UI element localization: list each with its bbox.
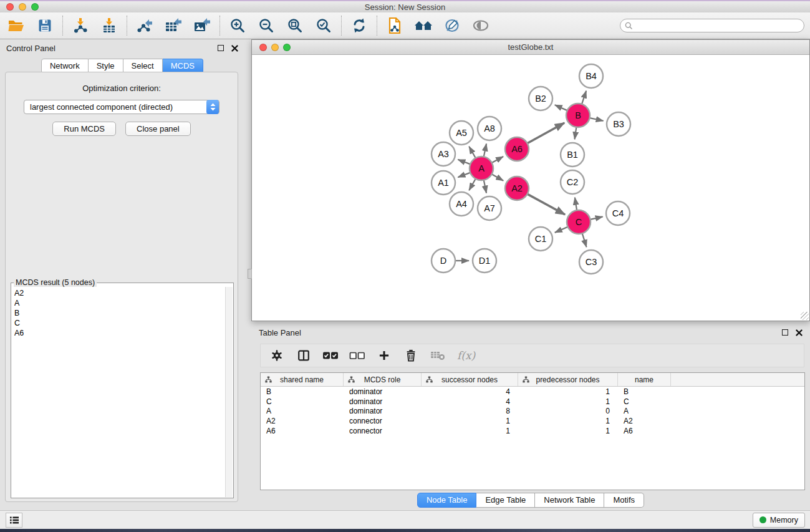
table-row[interactable]: A2connector11A2 [261, 416, 804, 426]
node-label-A6: A6 [511, 144, 523, 154]
edge-A-A8[interactable] [484, 143, 486, 157]
export-table-icon[interactable] [163, 16, 183, 36]
import-table-icon[interactable] [99, 16, 119, 36]
table-row[interactable]: Cdominator41C [261, 397, 804, 407]
float-panel-icon[interactable] [218, 45, 224, 51]
mcds-result-item[interactable]: C [12, 318, 225, 328]
show-hide-icon[interactable] [471, 16, 491, 36]
table-tabs: Node TableEdge TableNetwork TableMotifs [251, 493, 810, 508]
column-header-MCDS-role[interactable]: MCDS role [344, 373, 422, 386]
column-header-successor-nodes[interactable]: successor nodes [422, 373, 518, 386]
mcds-result-item[interactable]: A6 [12, 328, 225, 338]
table-cell: 1 [518, 427, 618, 435]
toolbar-separator [62, 16, 63, 36]
zoom-fit-icon[interactable] [285, 16, 305, 36]
table-cell: dominator [344, 387, 422, 396]
edge-A-A5[interactable] [469, 147, 476, 159]
deselect-all-icon[interactable] [349, 347, 366, 364]
edge-A-A2[interactable] [491, 174, 504, 181]
add-column-icon[interactable] [375, 347, 393, 364]
import-network-icon[interactable] [70, 16, 90, 36]
zoom-selected-icon[interactable] [314, 16, 334, 36]
mcds-result-item[interactable]: A2 [12, 288, 225, 298]
table-cell: C [618, 397, 671, 406]
table-header: shared nameMCDS rolesuccessor nodesprede… [261, 373, 804, 387]
table-cell: A [618, 407, 671, 415]
edge-B-B1[interactable] [575, 127, 577, 139]
table-cell: C [261, 397, 344, 406]
status-bar: Memory [0, 510, 810, 529]
table-row[interactable]: Bdominator41B [261, 387, 804, 397]
edge-C-C4[interactable] [590, 216, 603, 220]
task-history-button[interactable] [6, 513, 22, 528]
delete-table-icon[interactable] [429, 347, 446, 364]
zoom-in-icon[interactable] [228, 16, 248, 36]
column-view-icon[interactable] [295, 347, 312, 364]
optimization-criterion-label: Optimization criterion: [6, 84, 238, 93]
function-builder-icon[interactable]: f(x) [456, 347, 475, 364]
window-title: Session: New Session [0, 2, 810, 12]
edge-A2-C[interactable] [527, 194, 565, 215]
close-panel-icon[interactable] [231, 45, 238, 52]
column-header-predecessor-nodes[interactable]: predecessor nodes [518, 373, 618, 386]
splitter-handle[interactable] [248, 269, 252, 279]
mcds-result-item[interactable]: A [12, 298, 225, 308]
main-content: Control Panel NetworkStyleSelectMCDS Opt… [0, 39, 810, 510]
mcds-result-scrollbar[interactable] [225, 287, 233, 497]
fx-label: f(x) [456, 349, 475, 362]
window-resize-grip[interactable] [801, 312, 809, 320]
table-cell: 0 [518, 407, 618, 415]
node-label-B2: B2 [535, 94, 546, 104]
table-row[interactable]: A6connector11A6 [261, 426, 804, 436]
open-session-icon[interactable] [6, 16, 26, 36]
tab-motifs[interactable]: Motifs [604, 493, 644, 508]
node-label-A2: A2 [511, 183, 523, 193]
table-cell: A2 [618, 417, 671, 425]
export-network-icon[interactable] [135, 16, 155, 36]
mcds-result-item[interactable]: B [12, 308, 225, 318]
column-settings-icon[interactable] [268, 347, 286, 364]
criterion-select[interactable]: largest connected component (directed) [24, 100, 219, 114]
export-image-icon[interactable] [192, 16, 212, 36]
memory-button[interactable]: Memory [753, 513, 805, 528]
close-panel-button[interactable]: Close panel [125, 122, 191, 136]
network-canvas[interactable]: B4B2BB3B1A5A8A6A3AA1A2A4A7C2C4CC1C3DD1 [252, 55, 809, 321]
column-header-name[interactable]: name [618, 373, 671, 386]
table-row[interactable]: Adominator80A [261, 407, 804, 417]
edge-A-A6[interactable] [491, 157, 503, 163]
apply-layout-icon[interactable] [349, 16, 369, 36]
close-table-panel-icon[interactable] [796, 329, 803, 336]
column-header-shared-name[interactable]: shared name [261, 373, 344, 386]
select-stepper-icon [206, 100, 219, 114]
table-cell: 1 [422, 417, 518, 425]
save-session-icon[interactable] [35, 16, 55, 36]
tab-node-table[interactable]: Node Table [417, 493, 477, 508]
network-file-icon[interactable] [385, 16, 405, 36]
run-mcds-button[interactable]: Run MCDS [52, 122, 116, 136]
edge-C-C3[interactable] [582, 233, 586, 247]
home-icon[interactable] [413, 16, 433, 36]
edge-B-B3[interactable] [589, 118, 604, 121]
edge-B-B2[interactable] [555, 105, 568, 110]
table-cell: A2 [261, 417, 344, 425]
annotation-mode-icon[interactable] [442, 16, 462, 36]
network-window-titlebar[interactable]: testGlobe.txt [252, 40, 809, 55]
edge-C-C2[interactable] [575, 198, 577, 211]
edge-B-B4[interactable] [582, 91, 586, 105]
tab-edge-table[interactable]: Edge Table [476, 493, 535, 508]
search-input[interactable] [635, 21, 804, 30]
edge-A-A3[interactable] [458, 160, 471, 165]
edge-C-C1[interactable] [555, 226, 569, 233]
search-field[interactable] [620, 19, 804, 32]
float-table-panel-icon[interactable] [782, 329, 788, 336]
tab-network-table[interactable]: Network Table [535, 493, 604, 508]
zoom-out-icon[interactable] [256, 16, 276, 36]
delete-column-icon[interactable] [402, 347, 420, 364]
select-all-icon[interactable] [322, 347, 339, 364]
edge-A6-B[interactable] [527, 123, 564, 143]
edge-A-A4[interactable] [469, 178, 476, 191]
node-table[interactable]: shared nameMCDS rolesuccessor nodesprede… [260, 372, 805, 490]
node-label-B1: B1 [567, 150, 578, 160]
edge-A-A1[interactable] [458, 172, 471, 177]
edge-A-A7[interactable] [484, 180, 486, 193]
